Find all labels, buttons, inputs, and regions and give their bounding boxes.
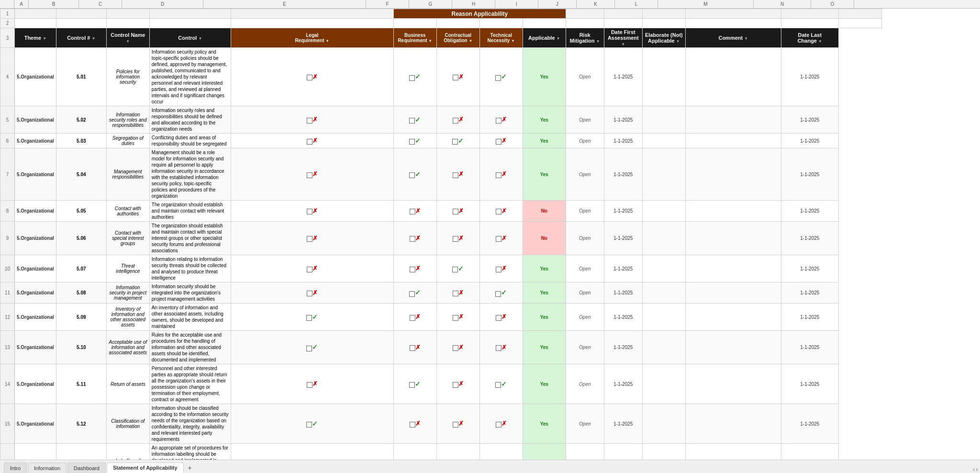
checkbox-checked[interactable] [306, 315, 312, 321]
check-cell[interactable]: ✓ [436, 255, 479, 282]
cell-theme[interactable]: 5.Organizational [15, 222, 56, 255]
checkbox-unchecked[interactable] [496, 315, 501, 321]
checkbox-unchecked[interactable] [307, 291, 312, 296]
cell-date-last[interactable]: 1-1-2025 [781, 364, 838, 404]
check-cell[interactable]: ✗ [231, 134, 393, 148]
cell-elaborate[interactable] [642, 255, 685, 282]
cell-comment[interactable] [685, 364, 781, 404]
cell-date-first[interactable]: 1-1-2025 [604, 404, 642, 444]
checkbox-checked[interactable] [409, 118, 415, 124]
check-cell[interactable]: ✗ [231, 255, 393, 282]
scroll-right-icon[interactable]: › [976, 465, 978, 473]
checkbox-checked[interactable] [409, 139, 415, 145]
cell-applicable[interactable]: No [523, 222, 566, 255]
check-cell[interactable]: ✗ [393, 201, 436, 222]
cell-theme[interactable]: 5.Organizational [15, 282, 56, 304]
check-cell[interactable]: ✓ [393, 282, 436, 304]
check-cell[interactable]: ✓ [479, 48, 523, 106]
checkbox-unchecked[interactable] [453, 291, 458, 296]
check-cell[interactable]: ✓ [231, 304, 393, 331]
checkbox-checked[interactable] [495, 75, 501, 81]
checkbox-unchecked[interactable] [307, 172, 312, 178]
cell-control-name[interactable]: Classification of information [106, 404, 149, 444]
cell-applicable[interactable]: Yes [523, 331, 566, 364]
check-cell[interactable]: ✓ [393, 364, 436, 404]
check-cell[interactable]: ✓ [479, 364, 523, 404]
cell-date-last[interactable]: 1-1-2025 [781, 201, 838, 222]
cell-control-name[interactable]: Acceptable use of information and associ… [106, 331, 149, 364]
cell-theme[interactable]: 5.Organizational [15, 364, 56, 404]
cell-applicable[interactable]: Yes [523, 364, 566, 404]
checkbox-checked[interactable] [306, 346, 312, 351]
cell-theme[interactable]: 5.Organizational [15, 331, 56, 364]
check-cell[interactable]: ✗ [393, 222, 436, 255]
cell-theme[interactable]: 5.Organizational [15, 48, 56, 106]
cell-date-first[interactable]: 1-1-2025 [604, 364, 642, 404]
cell-risk-mitigation[interactable]: Open [566, 106, 604, 134]
cell-date-last[interactable]: 1-1-2025 [781, 404, 838, 444]
cell-applicable[interactable]: No [523, 201, 566, 222]
cell-control-num[interactable]: 5.07 [56, 255, 106, 282]
cell-date-last[interactable]: 1-1-2025 [781, 331, 838, 364]
cell-control-text[interactable]: The organization should establish and ma… [149, 201, 231, 222]
cell-theme[interactable]: 5.Organizational [15, 255, 56, 282]
checkbox-unchecked[interactable] [307, 382, 312, 388]
check-cell[interactable]: ✓ [393, 106, 436, 134]
check-cell[interactable]: ✗ [479, 222, 523, 255]
cell-control-name[interactable]: Threat intelligence [106, 255, 149, 282]
cell-risk-mitigation[interactable]: Open [566, 255, 604, 282]
checkbox-unchecked[interactable] [410, 236, 415, 242]
cell-comment[interactable] [685, 304, 781, 331]
cell-control-num[interactable]: 5.04 [56, 148, 106, 201]
checkbox-unchecked[interactable] [307, 139, 312, 145]
cell-risk-mitigation[interactable]: Open [566, 304, 604, 331]
cell-control-text[interactable]: Rules for the acceptable use and procedu… [149, 331, 231, 364]
cell-control-text[interactable]: An inventory of information and other as… [149, 304, 231, 331]
cell-date-first[interactable]: 1-1-2025 [604, 304, 642, 331]
cell-date-last[interactable]: 1-1-2025 [781, 304, 838, 331]
cell-applicable[interactable]: Yes [523, 255, 566, 282]
cell-date-last[interactable]: 1-1-2025 [781, 255, 838, 282]
cell-control-num[interactable]: 5.02 [56, 106, 106, 134]
check-cell[interactable]: ✗ [436, 331, 479, 364]
checkbox-unchecked[interactable] [496, 209, 501, 214]
cell-comment[interactable] [685, 201, 781, 222]
cell-applicable[interactable]: Yes [523, 304, 566, 331]
check-cell[interactable]: ✗ [436, 222, 479, 255]
checkbox-unchecked[interactable] [453, 422, 458, 428]
cell-control-text[interactable]: Information security policy and topic-sp… [149, 48, 231, 106]
tab-statement[interactable]: Statement of Applicability [107, 462, 184, 473]
check-cell[interactable]: ✗ [436, 404, 479, 444]
cell-date-first[interactable]: 1-1-2025 [604, 48, 642, 106]
cell-risk-mitigation[interactable]: Open [566, 48, 604, 106]
checkbox-unchecked[interactable] [307, 236, 312, 242]
cell-theme[interactable]: 5.Organizational [15, 201, 56, 222]
cell-risk-mitigation[interactable]: Open [566, 222, 604, 255]
cell-elaborate[interactable] [642, 148, 685, 201]
tab-dashboard[interactable]: Dashboard [67, 462, 106, 473]
check-cell[interactable]: ✓ [393, 148, 436, 201]
tab-intro[interactable]: Intro [4, 462, 27, 473]
cell-date-first[interactable]: 1-1-2025 [604, 201, 642, 222]
checkbox-unchecked[interactable] [453, 315, 458, 321]
cell-date-first[interactable]: 1-1-2025 [604, 134, 642, 148]
check-cell[interactable]: ✗ [479, 304, 523, 331]
check-cell[interactable]: ✗ [231, 282, 393, 304]
cell-theme[interactable]: 5.Organizational [15, 148, 56, 201]
cell-control-num[interactable]: 5.06 [56, 222, 106, 255]
cell-applicable[interactable]: Yes [523, 148, 566, 201]
tab-information[interactable]: Information [28, 462, 67, 473]
cell-elaborate[interactable] [642, 331, 685, 364]
check-cell[interactable]: ✗ [479, 404, 523, 444]
cell-elaborate[interactable] [642, 48, 685, 106]
scroll-left-icon[interactable]: ‹ [973, 465, 975, 473]
cell-risk-mitigation[interactable]: Open [566, 134, 604, 148]
cell-control-name[interactable]: Return of assets [106, 364, 149, 404]
cell-comment[interactable] [685, 222, 781, 255]
cell-comment[interactable] [685, 331, 781, 364]
checkbox-unchecked[interactable] [453, 345, 458, 351]
checkbox-checked[interactable] [495, 382, 501, 388]
checkbox-unchecked[interactable] [496, 345, 501, 351]
cell-date-last[interactable]: 1-1-2025 [781, 148, 838, 201]
cell-date-first[interactable]: 1-1-2025 [604, 106, 642, 134]
